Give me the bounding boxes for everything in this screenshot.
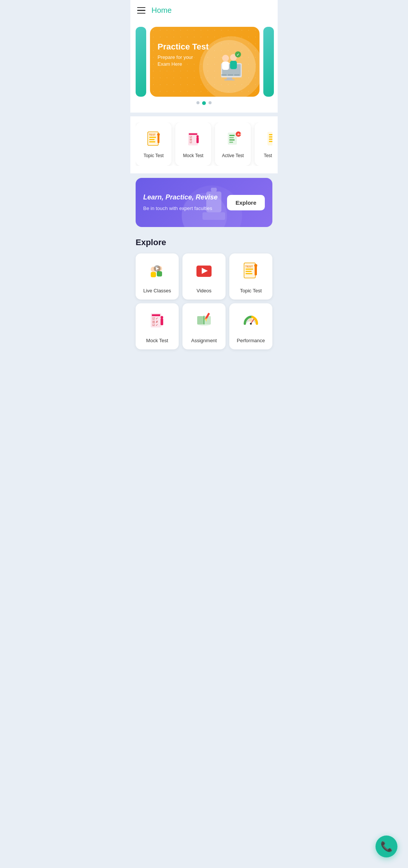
svg-rect-57 (255, 266, 257, 275)
explore-topic-test[interactable]: TEST Topic Test (229, 253, 272, 300)
explore-mock-test[interactable]: ☑ ✓ ☒ ✗ ☑ ✓ Mock Test (136, 303, 179, 349)
svg-rect-47 (157, 271, 162, 276)
svg-text:TEST: TEST (149, 133, 156, 136)
svg-rect-32 (229, 139, 235, 141)
mock-test-icon: ☑ ☒ ☑ (185, 130, 202, 149)
svg-rect-15 (149, 137, 156, 138)
svg-rect-16 (149, 139, 155, 140)
explore-topic-test-icon: TEST (241, 261, 261, 283)
svg-rect-43 (202, 212, 225, 220)
carousel-section: Practice Test Prepare for yourExam Here (130, 21, 278, 113)
category-active-test-label: Active Test (222, 153, 244, 158)
card-inner-circle: ✓ (203, 40, 256, 93)
category-test-history-label: Test Hi... (264, 153, 272, 158)
dot-0[interactable] (196, 101, 199, 104)
performance-icon (241, 311, 261, 333)
svg-rect-27 (228, 133, 237, 145)
svg-rect-45 (151, 272, 156, 277)
svg-rect-2 (227, 77, 232, 79)
explore-assignment[interactable]: Assignment (182, 303, 226, 349)
active-test-icon: A+ (225, 130, 241, 149)
svg-rect-18 (158, 135, 159, 143)
videos-icon (194, 261, 214, 283)
svg-rect-55 (246, 271, 252, 272)
svg-rect-35 (269, 134, 273, 135)
svg-point-19 (157, 133, 160, 136)
svg-rect-64 (161, 318, 163, 325)
carousel-dots (130, 101, 278, 105)
explore-grid: Live Classes Videos TEST (136, 253, 272, 349)
svg-text:☑ ✓: ☑ ✓ (152, 323, 158, 327)
svg-rect-12 (234, 74, 240, 76)
svg-text:TEST: TEST (245, 265, 253, 268)
explore-section: Explore Live Classes (130, 232, 278, 361)
test-history-icon (264, 130, 273, 149)
banner-explore-button[interactable]: Explore (227, 195, 265, 210)
svg-point-4 (222, 55, 229, 62)
carousel-slide-teal-right[interactable] (263, 27, 274, 97)
carousel-slide-teal-left[interactable] (136, 27, 146, 97)
category-active-test[interactable]: A+ Active Test (215, 122, 251, 166)
carousel-subtext: Prepare for yourExam Here (158, 54, 209, 68)
card-illustration-svg: ✓ (208, 45, 251, 88)
banner: Learn, Practice, Revise Be in touch with… (136, 178, 272, 227)
svg-rect-38 (269, 141, 273, 142)
category-mock-test[interactable]: ☑ ☒ ☑ Mock Test (175, 122, 211, 166)
carousel-slide-orange[interactable]: Practice Test Prepare for yourExam Here (150, 27, 260, 97)
svg-rect-10 (221, 74, 227, 76)
explore-performance[interactable]: Performance (229, 303, 272, 349)
svg-rect-54 (246, 269, 253, 270)
carousel-heading: Practice Test (158, 42, 209, 52)
svg-rect-3 (224, 79, 235, 80)
explore-topic-test-label: Topic Test (240, 288, 262, 293)
app-header: Home (130, 0, 278, 21)
explore-mock-test-label: Mock Test (146, 338, 168, 343)
svg-text:A+: A+ (237, 133, 241, 136)
category-test-history[interactable]: Test Hi... (255, 122, 272, 166)
explore-assignment-label: Assignment (191, 338, 217, 343)
explore-live-classes-label: Live Classes (143, 288, 171, 293)
svg-rect-17 (149, 141, 155, 142)
header-title: Home (151, 6, 172, 15)
svg-point-65 (161, 316, 163, 319)
category-topic-test-label: Topic Test (144, 153, 164, 158)
svg-rect-30 (229, 135, 235, 136)
svg-rect-25 (196, 137, 199, 143)
svg-rect-5 (222, 62, 229, 70)
dot-2[interactable] (209, 101, 212, 104)
svg-rect-37 (269, 139, 273, 140)
svg-text:☑: ☑ (190, 141, 192, 144)
svg-rect-60 (152, 314, 160, 316)
explore-videos[interactable]: Videos (182, 253, 226, 300)
explore-performance-label: Performance (237, 338, 265, 343)
svg-rect-33 (229, 142, 233, 143)
svg-rect-21 (189, 133, 197, 135)
svg-rect-31 (229, 137, 234, 138)
dot-1[interactable] (202, 101, 206, 105)
svg-rect-11 (228, 74, 233, 76)
svg-rect-41 (206, 192, 221, 212)
hamburger-menu-button[interactable] (137, 7, 145, 14)
carousel-track[interactable]: Practice Test Prepare for yourExam Here (130, 27, 278, 97)
svg-text:✓: ✓ (236, 53, 240, 57)
svg-point-75 (250, 323, 252, 325)
explore-videos-label: Videos (196, 288, 212, 293)
live-classes-icon (147, 261, 167, 283)
carousel-card-content: Practice Test Prepare for yourExam Here (158, 42, 209, 68)
svg-rect-7 (230, 61, 237, 69)
categories-row: TEST Topic Test ☑ ☒ ☑ (136, 122, 272, 166)
svg-rect-56 (246, 273, 252, 274)
svg-rect-67 (197, 316, 204, 324)
categories-section: TEST Topic Test ☑ ☒ ☑ (130, 116, 278, 173)
category-topic-test[interactable]: TEST Topic Test (136, 122, 172, 166)
svg-point-26 (196, 135, 199, 137)
category-mock-test-label: Mock Test (183, 153, 204, 158)
explore-title: Explore (136, 238, 272, 247)
explore-live-classes[interactable]: Live Classes (136, 253, 179, 300)
svg-text:☑ ✓: ☑ ✓ (152, 317, 158, 320)
svg-point-58 (254, 264, 257, 267)
svg-text:☒: ☒ (190, 138, 192, 141)
explore-mock-test-icon: ☑ ✓ ☒ ✗ ☑ ✓ (147, 311, 167, 333)
svg-text:☑: ☑ (190, 136, 192, 138)
topic-test-icon: TEST (145, 130, 162, 149)
